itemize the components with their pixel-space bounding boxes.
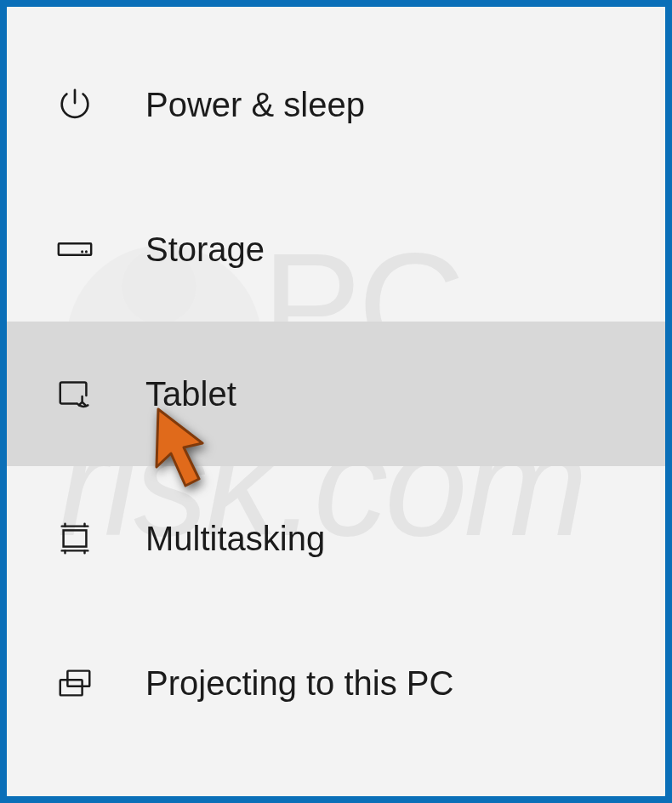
nav-item-label: Projecting to this PC	[145, 664, 453, 703]
nav-item-label: Storage	[145, 231, 265, 269]
multitasking-icon	[54, 517, 96, 560]
nav-item-label: Power & sleep	[145, 86, 365, 124]
svg-point-1	[85, 250, 88, 253]
svg-rect-4	[67, 671, 89, 686]
nav-item-tablet[interactable]: Tablet	[7, 322, 665, 466]
nav-item-storage[interactable]: Storage	[7, 177, 665, 322]
svg-point-2	[81, 250, 83, 253]
svg-rect-0	[59, 243, 91, 254]
power-icon	[54, 83, 96, 126]
cursor-arrow-icon	[143, 402, 224, 499]
nav-item-projecting[interactable]: Projecting to this PC	[7, 611, 665, 755]
nav-item-shared-experiences[interactable]: Shared experiences	[7, 755, 665, 803]
nav-item-power-sleep[interactable]: Power & sleep	[7, 32, 665, 177]
nav-item-multitasking[interactable]: Multitasking	[7, 466, 665, 611]
svg-rect-5	[60, 680, 83, 695]
settings-nav: Power & sleep Storage Tablet	[7, 7, 665, 803]
tablet-icon	[54, 373, 96, 415]
storage-icon	[54, 228, 96, 271]
nav-item-label: Multitasking	[145, 520, 325, 558]
projecting-icon	[54, 662, 96, 704]
svg-rect-3	[64, 530, 87, 546]
